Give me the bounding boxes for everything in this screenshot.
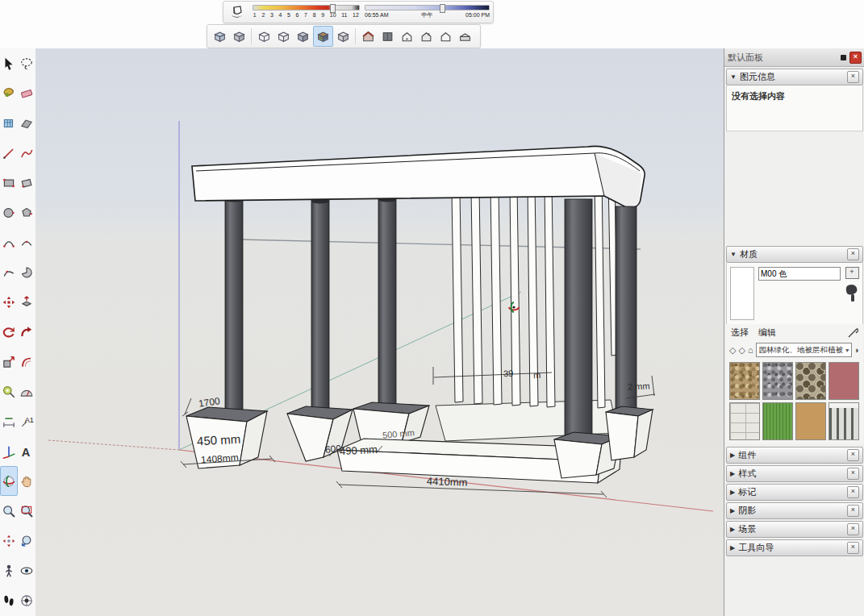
tool-pie[interactable]	[18, 257, 35, 287]
tool-push-pull[interactable]	[18, 287, 35, 317]
tool-section-plane[interactable]	[18, 585, 35, 615]
shadow-toggle-icon[interactable]	[227, 3, 248, 21]
default-material-icon[interactable]	[845, 282, 859, 303]
forward-arrow-icon[interactable]: ◇	[738, 345, 745, 356]
create-material-button[interactable]: +	[845, 267, 859, 279]
tool-eraser[interactable]	[18, 78, 35, 108]
material-swatch-grass-green[interactable]	[762, 402, 793, 440]
tool-axes[interactable]	[0, 436, 18, 466]
entity-info-close-button[interactable]: ×	[847, 71, 859, 83]
section-close-button[interactable]: ×	[847, 449, 859, 461]
tool-protractor[interactable]	[18, 377, 35, 406]
panel-close-button[interactable]: ×	[849, 52, 862, 64]
tool-position-camera[interactable]	[0, 556, 18, 585]
material-name-input[interactable]	[758, 267, 841, 281]
collapse-arrow-icon: ▼	[730, 251, 737, 258]
category-dropdown-value: 园林绿化、地被层和植被	[759, 345, 845, 356]
view-iso-button[interactable]	[359, 27, 378, 46]
tool-offset[interactable]	[18, 347, 35, 377]
tool-two-point-arc[interactable]	[18, 227, 35, 257]
home-icon[interactable]: ⌂	[748, 345, 753, 355]
material-category-dropdown[interactable]: 园林绿化、地被层和植被 ▾	[756, 343, 853, 357]
tool-flip[interactable]	[18, 108, 35, 138]
shaded-with-textures-button[interactable]	[313, 26, 333, 47]
date-slider-handle[interactable]	[330, 4, 336, 13]
section-close-button[interactable]: ×	[847, 523, 859, 535]
view-front-button[interactable]	[398, 27, 416, 46]
view-left-button[interactable]	[436, 27, 455, 46]
shadow-date-slider[interactable]: 123456789101112	[253, 2, 360, 22]
tool-text[interactable]: A1	[18, 406, 35, 436]
tool-rotate[interactable]	[0, 317, 18, 347]
material-swatch-pavers-white[interactable]	[729, 402, 760, 440]
materials-header[interactable]: ▼ 材质 ×	[726, 246, 863, 263]
viewport-3d[interactable]: 1700450 mm1408mm600490 mm500 mm39m2 mm44…	[35, 48, 724, 616]
section-header-collapsed[interactable]: ▶场景×	[726, 521, 863, 538]
tool-zoom[interactable]	[0, 496, 18, 526]
tool-zoom-extents[interactable]	[0, 526, 18, 556]
tool-rotated-rectangle[interactable]	[18, 168, 35, 198]
material-swatch-gravel-gray[interactable]	[762, 362, 793, 400]
material-swatch-clay-tan[interactable]	[795, 402, 826, 440]
section-close-button[interactable]: ×	[847, 486, 859, 498]
tool-look-around[interactable]	[18, 556, 35, 585]
entity-info-header[interactable]: ▼ 图元信息 ×	[726, 69, 863, 85]
x-ray-button[interactable]	[211, 27, 229, 46]
section-header-collapsed[interactable]: ▶标记×	[726, 484, 863, 501]
section-header-collapsed[interactable]: ▶样式×	[726, 465, 863, 482]
tool-pan[interactable]	[18, 466, 35, 496]
view-right-button[interactable]	[417, 27, 436, 46]
pin-icon[interactable]	[841, 55, 846, 60]
tool-arc[interactable]	[0, 227, 18, 257]
tool-dimension[interactable]	[0, 406, 18, 436]
section-header-collapsed[interactable]: ▶阴影×	[726, 502, 863, 519]
tool-polygon[interactable]	[18, 198, 35, 227]
back-edges-button[interactable]	[230, 27, 248, 46]
sample-paint-eyedropper-icon[interactable]	[847, 327, 858, 339]
monochrome-button[interactable]	[334, 27, 353, 46]
tool-paint-bucket[interactable]	[0, 78, 18, 108]
section-close-button[interactable]: ×	[847, 542, 859, 554]
shadow-time-slider[interactable]: 06:55 AM 中午 05:00 PM	[365, 2, 490, 22]
tool-orbit[interactable]	[0, 466, 18, 496]
material-swatch-rose-tile[interactable]	[829, 362, 859, 400]
tool-select[interactable]	[0, 48, 18, 78]
tool-zoom-previous[interactable]	[18, 526, 35, 556]
date-slider-track[interactable]	[253, 5, 360, 10]
tab-edit[interactable]: 编辑	[758, 327, 776, 339]
tool-rectangle[interactable]	[0, 168, 18, 198]
tool-zoom-window[interactable]	[18, 496, 35, 526]
details-icon[interactable]: ◗	[854, 345, 860, 355]
back-arrow-icon[interactable]: ◇	[729, 345, 736, 356]
tool-make-component[interactable]	[0, 108, 18, 138]
section-header-collapsed[interactable]: ▶组件×	[726, 447, 863, 464]
time-slider-track[interactable]	[365, 5, 490, 10]
shaded-button[interactable]	[294, 27, 312, 46]
section-label: 阴影	[738, 505, 844, 517]
tool-freehand[interactable]	[18, 138, 35, 168]
tab-select[interactable]: 选择	[731, 327, 749, 339]
tool-tape-measure[interactable]	[0, 377, 18, 406]
tool-walk[interactable]	[0, 585, 18, 615]
time-slider-handle[interactable]	[440, 4, 445, 13]
materials-close-button[interactable]: ×	[847, 248, 859, 260]
view-back-button[interactable]	[456, 27, 474, 46]
hidden-line-button[interactable]	[274, 27, 293, 46]
tool-scale[interactable]	[0, 347, 18, 377]
section-close-button[interactable]: ×	[847, 505, 859, 517]
material-preview[interactable]	[730, 267, 754, 320]
tool-line[interactable]	[0, 138, 18, 168]
tool-follow-me[interactable]	[18, 317, 35, 347]
material-swatch-river-rock[interactable]	[795, 362, 826, 400]
material-swatch-gravel-tan[interactable]	[729, 362, 760, 400]
wireframe-button[interactable]	[255, 27, 273, 46]
tool-three-point-arc[interactable]	[0, 257, 18, 287]
section-close-button[interactable]: ×	[847, 468, 859, 480]
tool-3d-text[interactable]: A	[18, 436, 35, 466]
tool-lasso[interactable]	[18, 48, 35, 78]
tool-circle[interactable]	[0, 198, 18, 227]
material-swatch-metal-fence[interactable]	[829, 402, 859, 440]
tool-move[interactable]	[0, 287, 18, 317]
section-header-collapsed[interactable]: ▶工具向导×	[726, 539, 863, 556]
view-top-button[interactable]	[378, 27, 397, 46]
